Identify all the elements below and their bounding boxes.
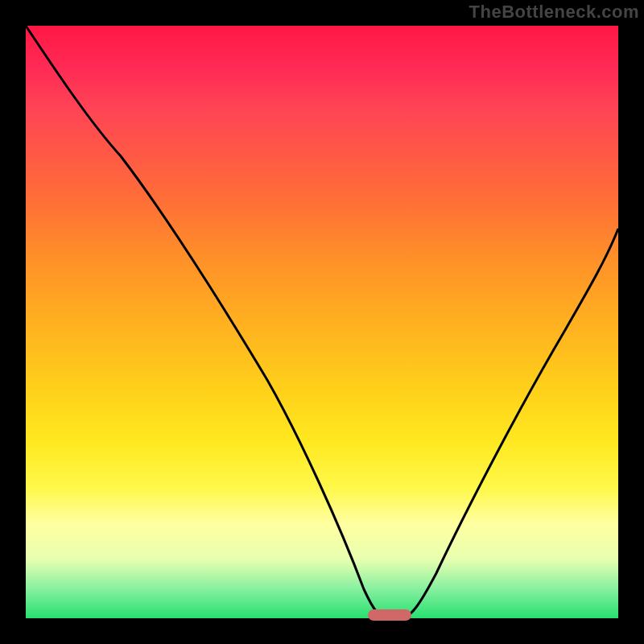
optimal-range-marker bbox=[368, 609, 411, 621]
bottleneck-curve-path bbox=[26, 26, 618, 618]
chart-frame: TheBottleneck.com bbox=[0, 0, 644, 644]
bottleneck-curve bbox=[26, 26, 618, 618]
watermark-text: TheBottleneck.com bbox=[469, 2, 639, 23]
